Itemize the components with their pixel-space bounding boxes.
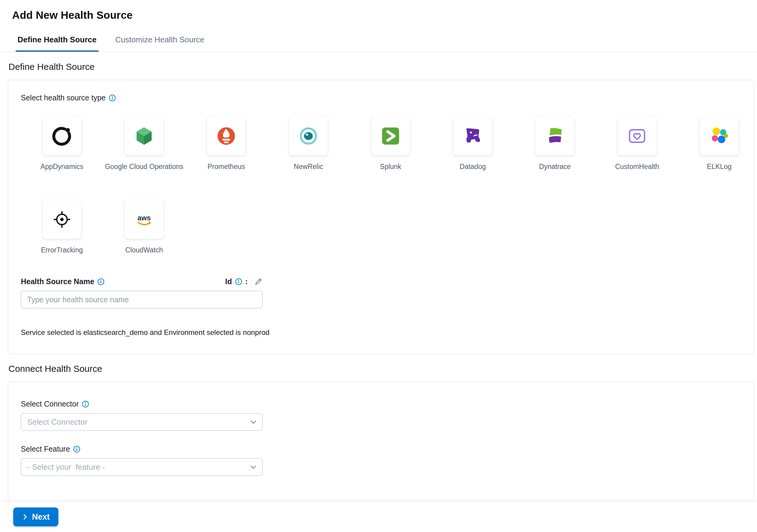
info-icon[interactable] — [235, 278, 242, 285]
select-connector-label-row: Select Connector — [21, 400, 742, 408]
page-title: Add New Health Source — [12, 9, 757, 21]
health-source-option-cloudwatch[interactable]: aws CloudWatch — [125, 200, 164, 255]
elastic-logo-icon — [700, 117, 739, 155]
feature-select[interactable]: - Select your feature - — [21, 458, 262, 476]
tile-label: Dynatrace — [539, 163, 571, 171]
svg-text:aws: aws — [137, 214, 151, 222]
health-source-option-splunk[interactable]: Splunk — [371, 117, 410, 171]
health-source-option-datadog[interactable]: Datadog — [453, 117, 492, 171]
footer-bar: Next — [0, 502, 757, 532]
health-source-option-customhealth[interactable]: CustomHealth — [615, 117, 659, 171]
health-source-type-grid: AppDynamics Google Cloud Operations — [21, 117, 742, 254]
select-type-label-row: Select health source type — [21, 93, 742, 102]
health-source-name-label-group: Health Source Name — [21, 277, 105, 286]
edit-id-pencil-icon[interactable] — [254, 277, 262, 286]
tile-label: CloudWatch — [125, 246, 163, 255]
info-icon[interactable] — [97, 278, 105, 285]
health-source-name-label: Health Source Name — [21, 277, 94, 286]
google-cloud-operations-logo-icon — [125, 117, 164, 155]
select-feature-label-row: Select Feature — [21, 445, 742, 454]
dynatrace-logo-icon — [535, 117, 574, 155]
errortracking-logo-icon — [43, 200, 81, 239]
select-feature-label: Select Feature — [21, 445, 70, 454]
info-icon[interactable] — [109, 94, 116, 102]
tile-label: NewRelic — [294, 163, 323, 171]
health-source-option-google-cloud-operations[interactable]: Google Cloud Operations — [105, 117, 183, 171]
add-health-source-page: Add New Health Source Define Health Sour… — [0, 0, 757, 524]
prometheus-logo-icon — [207, 117, 246, 155]
datadog-logo-icon — [453, 117, 492, 155]
connector-select[interactable]: Select Connector — [21, 413, 262, 431]
id-colon: : — [245, 277, 248, 286]
customhealth-logo-icon — [618, 117, 656, 155]
main-content: Define Health Source Select health sourc… — [0, 62, 757, 524]
health-source-option-dynatrace[interactable]: Dynatrace — [535, 117, 574, 171]
tab-bar: Define Health Source Customize Health So… — [0, 28, 757, 52]
tile-label: Google Cloud Operations — [105, 163, 183, 171]
health-source-option-appdynamics[interactable]: AppDynamics — [41, 117, 83, 171]
health-source-option-prometheus[interactable]: Prometheus — [207, 117, 246, 171]
health-source-option-newrelic[interactable]: NewRelic — [289, 117, 328, 171]
tab-define-health-source[interactable]: Define Health Source — [16, 35, 99, 52]
tile-label: ErrorTracking — [41, 246, 83, 255]
next-button-label: Next — [32, 512, 50, 522]
tile-label: AppDynamics — [41, 163, 83, 171]
health-source-name-row: Health Source Name Id : — [21, 277, 262, 286]
tile-label: Prometheus — [207, 163, 245, 171]
appdynamics-logo-icon — [43, 117, 81, 155]
chevron-down-icon — [249, 418, 257, 426]
define-section-heading: Define Health Source — [9, 62, 757, 72]
define-health-source-card: Select health source type AppDynamics — [8, 80, 754, 354]
chevron-right-icon — [22, 514, 28, 520]
page-header: Add New Health Source — [0, 0, 757, 28]
connector-select-placeholder: Select Connector — [27, 418, 87, 427]
info-icon[interactable] — [82, 400, 89, 408]
tile-label: CustomHealth — [615, 163, 659, 171]
tab-customize-health-source[interactable]: Customize Health Source — [113, 35, 206, 52]
feature-select-placeholder: - Select your feature - — [27, 462, 105, 472]
select-connector-label: Select Connector — [21, 400, 79, 408]
id-label-group: Id : — [225, 277, 262, 286]
tile-label: Splunk — [380, 163, 401, 171]
health-source-option-errortracking[interactable]: ErrorTracking — [41, 200, 83, 255]
splunk-logo-icon — [371, 117, 410, 155]
health-source-option-elklog[interactable]: ELKLog — [700, 117, 739, 171]
service-environment-note: Service selected is elasticsearch_demo a… — [21, 328, 742, 337]
tile-label: Datadog — [460, 163, 486, 171]
chevron-down-icon — [249, 463, 257, 471]
aws-cloudwatch-logo-icon: aws — [125, 200, 164, 239]
select-type-label: Select health source type — [21, 93, 106, 102]
info-icon[interactable] — [73, 446, 80, 453]
newrelic-logo-icon — [289, 117, 328, 155]
connect-section-heading: Connect Health Source — [9, 364, 757, 374]
health-source-name-input[interactable] — [21, 291, 262, 308]
id-label: Id — [225, 277, 232, 286]
next-button[interactable]: Next — [13, 508, 58, 526]
tile-label: ELKLog — [707, 163, 732, 171]
